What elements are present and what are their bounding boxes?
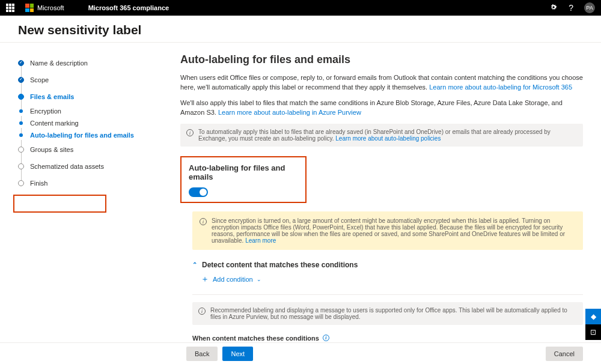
info-banner: i Recommended labeling and displaying a … [192,302,583,325]
description-text: We'll also apply this label to files tha… [180,99,583,118]
main-content: Auto-labeling for files and emails When … [168,43,601,344]
nav-step-autolabeling[interactable]: Auto-labeling for files and emails [18,129,162,141]
nav-step-encryption[interactable]: Encryption [18,105,162,117]
check-icon [18,77,24,83]
feedback-side-tabs: ◆ ⊡ [585,309,601,340]
step-icon [19,121,23,125]
check-icon [18,60,24,66]
section-heading: Auto-labeling for files and emails [180,53,583,66]
chevron-down-icon: ⌄ [257,276,261,282]
callout-highlight [13,195,106,213]
divider [192,294,583,295]
wizard-nav: Name & description Scope Files & emails … [0,43,168,344]
learn-more-link[interactable]: Learn more about auto-labeling for Micro… [429,83,572,91]
nav-step-name[interactable]: Name & description [18,55,162,71]
nav-step-groups[interactable]: Groups & sites [18,141,162,158]
toggle-label: Auto-labeling for files and emails [189,163,298,181]
add-condition-button[interactable]: ＋ Add condition ⌄ [201,274,583,285]
page-title: New sensitivity label [0,16,601,43]
step-icon [18,180,24,186]
user-avatar[interactable]: PA [584,2,595,13]
microsoft-logo: Microsoft [25,4,64,12]
nav-step-schematized[interactable]: Schematized data assets [18,158,162,175]
chat-icon[interactable]: ⊡ [585,324,601,340]
help-icon[interactable]: ? [569,3,573,13]
plus-icon: ＋ [201,274,209,285]
wizard-footer: Back Next Cancel [0,342,601,364]
action-label: When content matches these conditions i [192,335,583,342]
info-icon[interactable]: i [323,335,329,341]
info-icon: i [186,129,194,136]
info-icon: i [200,218,207,225]
back-button[interactable]: Back [186,347,218,361]
callout-highlight: Auto-labeling for files and emails [180,156,307,203]
conditions-section-header[interactable]: ⌃ Detect content that matches these cond… [192,261,583,269]
cancel-button[interactable]: Cancel [546,347,583,361]
nav-step-files-emails[interactable]: Files & emails [18,88,162,105]
feedback-icon[interactable]: ◆ [585,309,601,324]
learn-more-link[interactable]: Learn more [245,237,276,244]
step-icon [18,147,24,153]
step-icon [18,163,24,169]
warning-banner: i Since encryption is turned on, a large… [192,211,583,250]
info-icon: i [198,308,206,315]
top-navbar: Microsoft Microsoft 365 compliance ? PA [0,0,601,16]
chevron-up-icon: ⌃ [192,261,197,268]
nav-step-finish[interactable]: Finish [18,175,162,192]
autolabel-toggle[interactable] [189,187,208,197]
step-icon [19,133,23,137]
learn-more-link[interactable]: Learn more about auto-labeling policies [335,135,441,142]
product-name: Microsoft 365 compliance [88,4,169,11]
settings-icon[interactable] [549,3,558,13]
step-icon [18,94,24,100]
step-icon [19,109,23,113]
learn-more-link[interactable]: Learn more about auto-labeling in Azure … [218,109,361,116]
app-launcher-icon[interactable] [6,4,14,12]
nav-step-scope[interactable]: Scope [18,71,162,88]
next-button[interactable]: Next [222,347,253,361]
nav-step-content-marking[interactable]: Content marking [18,117,162,129]
info-banner: i To automatically apply this label to f… [180,124,583,147]
description-text: When users edit Office files or compose,… [180,73,583,93]
